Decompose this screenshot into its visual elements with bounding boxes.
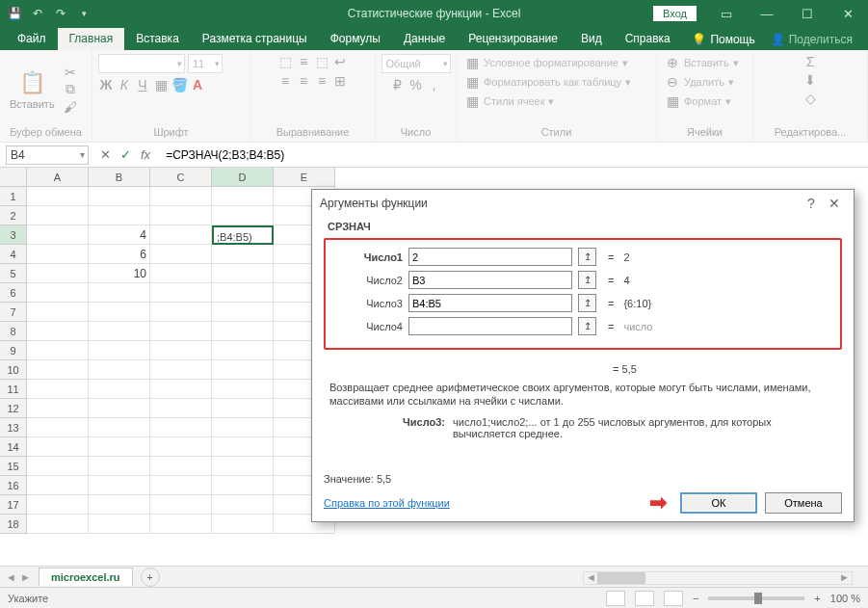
row-header-13[interactable]: 13 — [0, 418, 27, 437]
row-header-2[interactable]: 2 — [0, 206, 27, 225]
row-header-16[interactable]: 16 — [0, 476, 27, 495]
collapse-dialog-icon[interactable]: ↥ — [578, 248, 596, 266]
col-header-C[interactable]: C — [150, 168, 212, 187]
align-middle-icon[interactable]: ≡ — [296, 54, 311, 69]
font-size-select[interactable]: 11 — [188, 54, 223, 73]
login-button[interactable]: Вход — [653, 6, 697, 21]
close-window-icon[interactable]: ✕ — [828, 0, 868, 27]
undo-icon[interactable]: ↶ — [29, 5, 46, 22]
cell-styles-button[interactable]: ▦Стили ячеек ▾ — [462, 93, 556, 110]
autosum-icon[interactable]: Σ — [802, 54, 818, 69]
zoom-in-icon[interactable]: + — [814, 593, 820, 604]
tab-file[interactable]: Файл — [6, 28, 58, 50]
row-header-12[interactable]: 12 — [0, 399, 27, 418]
save-icon[interactable]: 💾 — [6, 5, 23, 22]
percent-icon[interactable]: % — [408, 77, 424, 93]
row-header-10[interactable]: 10 — [0, 360, 27, 380]
cell-b3[interactable]: 4 — [89, 225, 150, 245]
cancel-button[interactable]: Отмена — [765, 492, 842, 514]
conditional-formatting-button[interactable]: ▦Условное форматирование ▾ — [462, 54, 630, 71]
row-header-11[interactable]: 11 — [0, 380, 27, 399]
comma-icon[interactable]: , — [427, 77, 442, 93]
align-right-icon[interactable]: ≡ — [314, 73, 329, 89]
format-painter-icon[interactable]: 🖌 — [63, 99, 78, 115]
font-name-select[interactable] — [98, 54, 185, 73]
tab-home[interactable]: Главная — [58, 28, 125, 50]
italic-icon[interactable]: К — [117, 77, 132, 93]
align-top-icon[interactable]: ⬚ — [277, 54, 293, 69]
row-header-3[interactable]: 3 — [0, 225, 27, 245]
currency-icon[interactable]: ₽ — [390, 77, 406, 93]
fx-icon[interactable]: fx — [141, 147, 150, 162]
row-header-6[interactable]: 6 — [0, 283, 27, 303]
paste-button[interactable]: 📋 Вставить — [6, 67, 59, 112]
tab-insert[interactable]: Вставка — [124, 28, 191, 50]
collapse-dialog-icon[interactable]: ↥ — [578, 317, 596, 335]
active-cell[interactable]: ;B4:B5) — [212, 225, 274, 245]
arg-input-1[interactable] — [408, 248, 572, 266]
underline-icon[interactable]: Ч — [135, 77, 150, 93]
maximize-icon[interactable]: ☐ — [787, 0, 828, 27]
align-bottom-icon[interactable]: ⬚ — [314, 54, 329, 69]
tab-help[interactable]: Справка — [614, 28, 682, 50]
dialog-titlebar[interactable]: Аргументы функции ? ✕ — [312, 190, 854, 217]
border-icon[interactable]: ▦ — [153, 77, 169, 93]
cut-icon[interactable]: ✂ — [63, 65, 78, 80]
view-normal-icon[interactable] — [606, 591, 625, 606]
delete-cells-button[interactable]: ⊖Удалить ▾ — [663, 73, 736, 91]
sheet-nav-next-icon[interactable]: ► — [20, 571, 31, 583]
number-format-select[interactable]: Общий — [381, 54, 451, 73]
row-header-7[interactable]: 7 — [0, 303, 27, 322]
font-color-icon[interactable]: A — [190, 77, 205, 93]
row-header-18[interactable]: 18 — [0, 515, 27, 534]
view-page-break-icon[interactable] — [664, 591, 683, 606]
col-header-B[interactable]: B — [89, 168, 150, 187]
align-left-icon[interactable]: ≡ — [277, 73, 293, 89]
zoom-slider[interactable] — [708, 596, 804, 600]
add-sheet-button[interactable]: + — [141, 568, 160, 587]
ok-button[interactable]: ОК — [680, 492, 757, 514]
ribbon-options-icon[interactable]: ▭ — [706, 0, 747, 27]
merge-icon[interactable]: ⊞ — [332, 73, 348, 89]
tab-data[interactable]: Данные — [392, 28, 457, 50]
clear-icon[interactable]: ◇ — [802, 91, 818, 106]
cell-b4[interactable]: 6 — [89, 245, 150, 264]
col-header-E[interactable]: E — [274, 168, 335, 187]
tab-layout[interactable]: Разметка страницы — [191, 28, 319, 50]
insert-cells-button[interactable]: ⊕Вставить ▾ — [663, 54, 741, 71]
format-as-table-button[interactable]: ▦Форматировать как таблицу ▾ — [462, 73, 633, 91]
dialog-close-icon[interactable]: ✕ — [823, 196, 846, 211]
wrap-text-icon[interactable]: ↩ — [332, 54, 348, 69]
accept-formula-icon[interactable]: ✓ — [120, 147, 131, 162]
cancel-formula-icon[interactable]: ✕ — [100, 147, 111, 162]
arg-input-3[interactable] — [408, 294, 572, 312]
tell-me[interactable]: 💡Помощь — [686, 29, 760, 50]
horizontal-scrollbar[interactable]: ◄ ► — [583, 571, 853, 585]
bold-icon[interactable]: Ж — [98, 77, 114, 93]
collapse-dialog-icon[interactable]: ↥ — [578, 271, 596, 289]
arg-input-4[interactable] — [408, 317, 572, 335]
row-header-15[interactable]: 15 — [0, 457, 27, 476]
align-center-icon[interactable]: ≡ — [296, 73, 311, 89]
name-box[interactable]: B4 — [6, 145, 89, 165]
fill-icon[interactable]: ⬇ — [802, 72, 818, 88]
format-cells-button[interactable]: ▦Формат ▾ — [663, 93, 733, 110]
collapse-dialog-icon[interactable]: ↥ — [578, 294, 596, 312]
sheet-tab-1[interactable]: microexcel.ru — [39, 568, 133, 587]
redo-icon[interactable]: ↷ — [52, 5, 69, 22]
copy-icon[interactable]: ⧉ — [63, 82, 78, 97]
formula-input[interactable] — [162, 148, 868, 162]
row-header-9[interactable]: 9 — [0, 341, 27, 360]
col-header-D[interactable]: D — [212, 168, 274, 187]
fill-color-icon[interactable]: 🪣 — [171, 77, 187, 93]
hscroll-thumb[interactable] — [597, 572, 645, 584]
select-all-corner[interactable] — [0, 168, 27, 187]
row-header-5[interactable]: 5 — [0, 264, 27, 283]
arg-input-2[interactable] — [408, 271, 572, 289]
row-header-14[interactable]: 14 — [0, 437, 27, 457]
zoom-out-icon[interactable]: − — [693, 593, 698, 604]
qat-dropdown-icon[interactable]: ▾ — [75, 5, 92, 22]
tab-formulas[interactable]: Формулы — [319, 28, 392, 50]
share-button[interactable]: 👤Поделиться — [765, 29, 858, 50]
row-header-1[interactable]: 1 — [0, 187, 27, 206]
